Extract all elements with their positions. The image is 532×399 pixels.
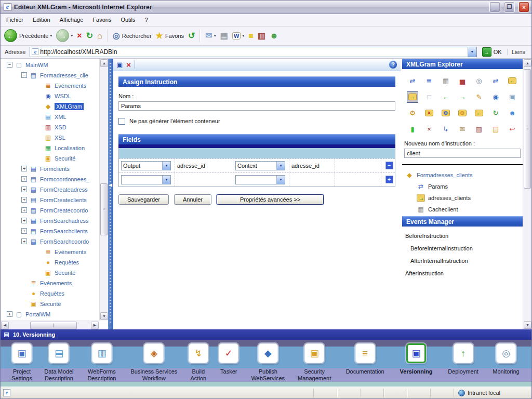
event-item[interactable]: AfterInternalInstruction (405, 258, 520, 270)
instruction-tree-item[interactable]: ▦ Cacheclient (404, 204, 521, 215)
chevron-down-icon[interactable]: ▾ (214, 33, 216, 38)
documentation-button[interactable]: ≡ Documentation (340, 343, 390, 387)
app-toolbar-icon[interactable]: ≡ (355, 343, 375, 363)
forward-button[interactable]: → ▾ (55, 28, 74, 43)
tree-expand-toggle[interactable]: + (21, 166, 27, 171)
go-button[interactable]: → OK (479, 47, 505, 57)
app-toolbar-icon[interactable]: ◈ (144, 343, 164, 363)
chevron-down-icon[interactable]: ▾ (276, 162, 285, 170)
address-input[interactable] (40, 48, 467, 56)
mail-open-icon[interactable]: ✉ (457, 124, 468, 135)
chart-icon[interactable]: ▅ (457, 75, 468, 87)
event-item[interactable]: AfterInstruction (405, 270, 520, 283)
break-icon[interactable]: × (423, 124, 435, 135)
source-select[interactable]: Context▾ (235, 161, 285, 170)
tree-item[interactable]: + ▤ FormCreateadress (1, 184, 99, 195)
scroll-thumb[interactable]: ≡ (524, 69, 531, 189)
page-output-icon[interactable]: → (457, 91, 468, 103)
assign-list-icon[interactable]: ⇄ (490, 75, 501, 87)
minimize-button[interactable]: _ (489, 2, 500, 12)
toolbar-separator[interactable]: ▾ (200, 30, 201, 42)
chevron-down-icon[interactable]: ▾ (71, 33, 73, 38)
menu-item[interactable]: Fichier (2, 15, 28, 24)
panel-splitter[interactable]: ◀ (108, 59, 113, 330)
progress-icon[interactable]: ▮ (407, 124, 418, 135)
tree-expand-toggle[interactable]: + (21, 207, 27, 213)
app-toolbar-icon[interactable]: ▣ (12, 343, 32, 363)
tree-item[interactable]: ▥ XSL (1, 132, 99, 143)
save-button[interactable]: Sauvegarder (118, 194, 169, 205)
champ-source-cell[interactable]: adresse_id (289, 159, 335, 172)
goto-line-icon[interactable]: ↳ (440, 124, 451, 135)
tree-item[interactable]: + ▤ FormCreatecoordo (1, 205, 99, 216)
tree-item[interactable]: ▦ Localisation (1, 143, 99, 153)
tree-item[interactable]: − ▤ Formadresses_clie (1, 70, 99, 81)
refresh-button[interactable]: ↻ ▾ (85, 30, 95, 42)
app-toolbar-icon[interactable]: ▣ (304, 343, 324, 363)
scroll-up-arrow[interactable]: ▲ (524, 59, 531, 67)
menu-item[interactable]: ? (140, 15, 153, 24)
valeur-cell[interactable] (335, 173, 381, 187)
db-gears-icon[interactable]: ⚙ (440, 108, 451, 119)
search-icon[interactable]: ◎ (473, 75, 485, 87)
script-gear-icon[interactable]: ▤ (490, 124, 501, 135)
tree-expand-toggle[interactable]: − (7, 62, 12, 68)
home-button[interactable]: ⌂ ▾ (96, 30, 104, 42)
script-return-icon[interactable]: ↩ (507, 124, 518, 135)
tree-item[interactable]: − ▢ MainWM (1, 60, 99, 70)
help-icon[interactable]: ? (389, 60, 397, 69)
links-menu[interactable]: Liens (507, 49, 529, 55)
tree-item[interactable]: + ▢ PortalWM (1, 309, 99, 320)
tree-item[interactable]: ≣ Evénements (1, 247, 99, 257)
print-button[interactable]: ▤ ▾ (219, 30, 230, 42)
scroll-thumb[interactable]: ≡ (100, 183, 108, 235)
chevron-down-icon[interactable]: ▾ (162, 176, 170, 184)
menu-item[interactable]: Affichage (55, 15, 88, 24)
versionning-section-bar[interactable]: 10. Versionning (1, 329, 531, 340)
scroll-left-arrow[interactable]: ◀ (1, 322, 9, 329)
champ-destination-cell[interactable]: adresse_id (175, 159, 233, 172)
page-input-icon[interactable]: ← (440, 91, 451, 103)
tree-item[interactable]: ◉ WSDL (1, 91, 99, 101)
webservice-icon[interactable]: ◉ (490, 91, 501, 103)
tree-item[interactable]: ≣ Evénements (1, 278, 99, 288)
research-button[interactable]: ▥ ▾ (256, 30, 267, 42)
tree-item[interactable]: + ▤ FormSearchcoordo (1, 236, 99, 247)
scroll-thumb[interactable]: ∥ (30, 322, 77, 329)
save-icon[interactable]: ▣ (116, 61, 123, 69)
monitoring-button[interactable]: ◎ Monitoring (488, 343, 524, 387)
tree-item[interactable]: ▣ Securité (1, 299, 99, 309)
deployment-button[interactable]: ↑ Deployment (443, 343, 484, 387)
db-output-icon[interactable]: → (407, 91, 418, 103)
security-management-button[interactable]: ▣ Security Management (292, 343, 336, 387)
project-settings-button[interactable]: ▣ Project Settings (8, 343, 36, 387)
edit-word-button[interactable]: W ▾ (231, 31, 246, 41)
scroll-up-arrow[interactable]: ▲ (100, 59, 108, 67)
tree-horizontal-scrollbar[interactable]: ◀ ∥ ▶ (1, 321, 99, 329)
refresh-page-icon[interactable]: ↻ (490, 108, 501, 119)
tree-item[interactable]: ▣ Securité (1, 268, 99, 278)
toolbar-separator[interactable]: ▾ (107, 30, 108, 42)
row-add-remove-button[interactable]: − (385, 162, 393, 169)
scroll-down-arrow[interactable]: ▼ (524, 321, 531, 329)
db-config-icon[interactable]: ⚙ (457, 108, 468, 119)
versionning-button[interactable]: ▣ Versionning (394, 343, 438, 387)
webforms-description-button[interactable]: ▥ WebForms Description (82, 343, 122, 387)
app-toolbar-icon[interactable]: ▥ (92, 343, 112, 363)
source-select[interactable]: ▾ (235, 175, 285, 184)
tree-item[interactable]: ● Requètes (1, 288, 99, 299)
gear-icon[interactable]: ⚙ (407, 108, 418, 119)
address-field[interactable]: e ▾ (30, 47, 476, 57)
stop-button[interactable]: × ▾ (75, 30, 83, 42)
splitter-collapse-arrow[interactable]: ◀ (109, 182, 112, 188)
tree-item[interactable]: ◆ XMLGram (1, 101, 99, 112)
tree-expand-toggle[interactable]: + (21, 197, 27, 203)
tree-item[interactable]: + ▤ FormSearchadress (1, 216, 99, 226)
chevron-down-icon[interactable]: ▾ (50, 33, 52, 38)
wizard-icon[interactable]: ✎ (473, 91, 485, 103)
event-item[interactable]: BeforeInstruction (405, 233, 520, 245)
resources-icon[interactable]: ▥ (473, 124, 485, 135)
tree-item[interactable]: ● Requètes (1, 257, 99, 268)
db-input-icon[interactable]: ← (507, 75, 518, 87)
tree-item[interactable]: ▥ XSD (1, 122, 99, 132)
